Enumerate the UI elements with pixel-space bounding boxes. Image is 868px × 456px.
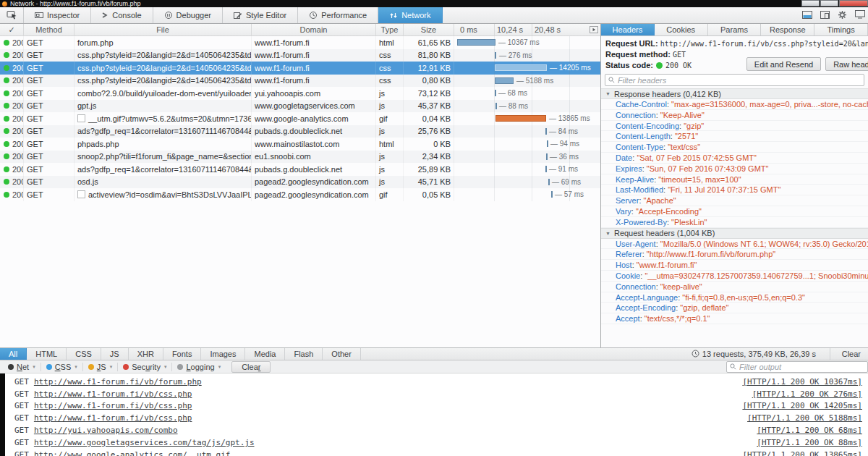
column-method[interactable]: Method (24, 24, 75, 35)
tab-console[interactable]: Console (91, 7, 153, 23)
filter-tab-images[interactable]: Images (201, 348, 245, 360)
console-request-link[interactable]: http://www.googletagservices.com/tag/js/… (34, 438, 255, 447)
filter-output-input[interactable] (739, 363, 864, 371)
console-request-link[interactable]: http://yui.yahooapis.com/combo (34, 426, 178, 435)
network-request-row[interactable]: 200GETcss.php?styleid=20&langid=2&d=1405… (0, 75, 600, 88)
header-name: Accept-Encoding (616, 303, 676, 312)
tab-style-editor[interactable]: Style Editor (223, 7, 298, 23)
console-response-link[interactable]: [HTTP/1.1 200 OK 68ms] (757, 426, 862, 435)
responsive-mode-icon[interactable] (820, 11, 830, 20)
network-request-row[interactable]: 200GETosd.jspagead2.googlesyndication.co… (0, 176, 600, 189)
header-entry[interactable]: Date: "Sat, 07 Feb 2015 07:42:55 GMT" (601, 153, 868, 164)
network-request-row[interactable]: 200GETphpads.phpwww.mainostilastot.comht… (0, 138, 600, 151)
tab-performance[interactable]: Performance (298, 7, 378, 23)
filter-tab-xhr[interactable]: XHR (129, 348, 163, 360)
filter-tab-other[interactable]: Other (323, 348, 361, 360)
header-entry[interactable]: Accept: "text/css,*/*;q=0.1" (601, 313, 868, 324)
console-clear-button[interactable]: Clear (231, 361, 271, 373)
console-request-link[interactable]: http://www.f1-forum.fi/vb/css.php (34, 413, 192, 423)
details-tab-params[interactable]: Params (708, 24, 762, 35)
header-entry[interactable]: Expires: "Sun, 07 Feb 2016 07:43:09 GMT" (601, 164, 868, 174)
minimize-button[interactable] (801, 0, 820, 7)
tab-network[interactable]: Network (378, 7, 442, 23)
network-request-row[interactable]: 200GETactiveview?id=osdim&avi=BhtS3DsLVV… (0, 188, 600, 201)
header-entry[interactable]: Connection: "Keep-Alive" (601, 110, 868, 121)
close-button[interactable] (839, 0, 868, 7)
console-response-link[interactable]: [HTTP/1.1 200 OK 14205ms] (742, 401, 862, 410)
network-request-row[interactable]: 200GETads?gdfp_req=1&correlator=13160711… (0, 163, 600, 176)
header-entry[interactable]: X-Powered-By: "PleskLin" (601, 217, 868, 228)
console-filter-net[interactable]: Net▾ (4, 363, 39, 371)
column-file[interactable]: File (75, 24, 252, 35)
request-headers-section[interactable]: ▼ Request headers (1,004 KB) (601, 228, 868, 239)
header-entry[interactable]: Accept-Language: "fi-fi,fi;q=0.8,en-us;q… (601, 292, 868, 303)
header-entry[interactable]: Keep-Alive: "timeout=15, max=100" (601, 174, 868, 185)
header-entry[interactable]: Content-Encoding: "gzip" (601, 121, 868, 132)
header-entry[interactable]: Referer: "http://www.f1-forum.fi/vb/foru… (601, 249, 868, 260)
status-ok-icon (656, 62, 663, 69)
element-picker-button[interactable] (0, 7, 24, 23)
network-request-row[interactable]: 200GETcss.php?styleid=20&langid=2&d=1405… (0, 49, 600, 62)
timeline-options-icon[interactable] (590, 26, 598, 35)
network-request-row[interactable]: 200GETsnoop2.php?tili=f1forum_fi&page_na… (0, 151, 600, 164)
console-request-link[interactable]: http://www.google-analytics.com/__utm.gi… (34, 450, 231, 456)
column-timeline[interactable]: 0 ms 10,24 s 20,48 s (454, 24, 600, 35)
console-request-link[interactable]: http://www.f1-forum.fi/vb/css.php (34, 389, 192, 399)
console-response-link[interactable]: [HTTP/1.1 200 OK 10367ms] (742, 377, 862, 387)
filter-tab-all[interactable]: All (0, 348, 27, 360)
column-domain[interactable]: Domain (252, 24, 376, 35)
details-tab-response[interactable]: Response (761, 24, 814, 35)
raw-headers-button[interactable]: Raw headers (825, 57, 868, 71)
tab-debugger[interactable]: Debugger (153, 7, 223, 23)
details-tab-headers[interactable]: Headers (601, 24, 655, 35)
header-entry[interactable]: Server: "Apache" (601, 195, 868, 206)
network-request-row[interactable]: 200GETcss.php?styleid=20&langid=2&d=1405… (0, 62, 600, 75)
network-request-row[interactable]: 200GETcombo?2.9.0/build/yuiloader-dom-ev… (0, 87, 600, 100)
filter-tab-html[interactable]: HTML (27, 348, 67, 360)
header-entry[interactable]: Host: "www.f1-forum.fi" (601, 260, 868, 271)
details-tab-timings[interactable]: Timings (814, 24, 868, 35)
console-filter-logging[interactable]: Logging▾ (174, 363, 224, 371)
console-response-link[interactable]: [HTTP/1.1 200 OK 5188ms] (747, 413, 862, 423)
display-icon[interactable] (855, 10, 865, 20)
network-request-row[interactable]: 200GETgpt.jswww.googletagservices.comjs4… (0, 100, 600, 113)
tab-inspector[interactable]: Inspector (24, 7, 91, 23)
console-filter-css[interactable]: CSS▾ (43, 363, 81, 371)
network-request-row[interactable]: 200GET__utm.gif?utmwv=5.6.2&utms=20&utmn… (0, 112, 600, 125)
header-entry[interactable]: Cache-Control: "max-age=31536000, max-ag… (601, 99, 868, 110)
settings-gear-icon[interactable] (838, 10, 847, 21)
header-entry[interactable]: Accept-Encoding: "gzip, deflate" (601, 303, 868, 313)
edit-and-resend-button[interactable]: Edit and Resend (746, 57, 821, 71)
network-request-row[interactable]: 200GETads?gdfp_req=1&correlator=13160711… (0, 125, 600, 138)
header-entry[interactable]: Connection: "keep-alive" (601, 282, 868, 292)
console-response-link[interactable]: [HTTP/1.1 200 OK 276ms] (752, 389, 862, 399)
split-console-icon[interactable] (802, 11, 812, 20)
chevron-down-icon: ▾ (218, 364, 221, 370)
header-entry[interactable]: Content-Type: "text/css" (601, 142, 868, 153)
response-headers-section[interactable]: ▼ Response headers (0,412 KB) (601, 88, 868, 99)
column-type[interactable]: Type (376, 24, 404, 35)
header-entry[interactable]: Last-Modified: "Fri, 11 Jul 2014 07:37:1… (601, 185, 868, 195)
console-request-link[interactable]: http://www.f1-forum.fi/vb/css.php (34, 401, 192, 410)
maximize-button[interactable] (820, 0, 838, 7)
filter-tab-flash[interactable]: Flash (285, 348, 323, 360)
filter-headers-input[interactable] (618, 76, 861, 85)
console-filter-security[interactable]: Security▾ (119, 363, 170, 371)
header-entry[interactable]: Vary: "Accept-Encoding" (601, 206, 868, 217)
header-entry[interactable]: Content-Length: "2571" (601, 131, 868, 142)
column-status[interactable]: ✓ (0, 24, 24, 35)
filter-tab-css[interactable]: CSS (67, 348, 101, 360)
console-filter-js[interactable]: JS▾ (85, 363, 116, 371)
details-tab-cookies[interactable]: Cookies (655, 24, 708, 35)
header-entry[interactable]: Cookie: "__utma=93024778.1257007359.1406… (601, 271, 868, 282)
console-response-link[interactable]: [HTTP/1.1 200 OK 13865ms] (742, 450, 862, 456)
filter-tab-fonts[interactable]: Fonts (163, 348, 202, 360)
footer-clear-button[interactable]: Clear (830, 348, 868, 360)
filter-tab-js[interactable]: JS (101, 348, 129, 360)
column-size[interactable]: Size (404, 24, 454, 35)
filter-tab-media[interactable]: Media (245, 348, 285, 360)
network-request-row[interactable]: 200GETforum.phpwww.f1-forum.fihtml61,65 … (0, 36, 600, 49)
console-request-link[interactable]: http://www.f1-forum.fi/vb/forum.php (34, 377, 202, 387)
header-entry[interactable]: User-Agent: "Mozilla/5.0 (Windows NT 6.1… (601, 239, 868, 250)
console-response-link[interactable]: [HTTP/1.1 200 OK 88ms] (757, 438, 862, 447)
